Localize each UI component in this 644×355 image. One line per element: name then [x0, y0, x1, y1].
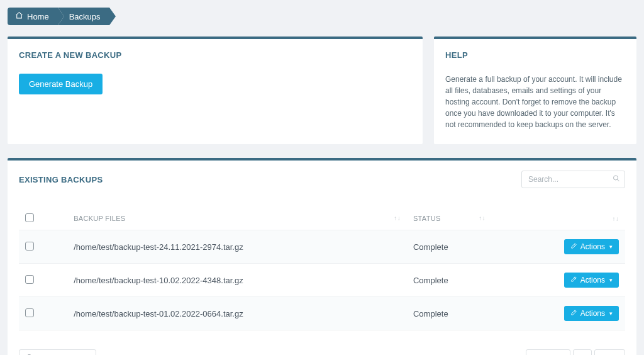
actions-button[interactable]: Actions▾: [564, 273, 619, 288]
help-text: Generate a full backup of your account. …: [445, 74, 625, 130]
backups-table: BACKUP FILES ↑↓ STATUS ↑↓ ↑↓ /home/test/…: [19, 207, 625, 330]
status-cell: Complete: [407, 230, 492, 264]
backup-file-cell: /home/test/backup-test-24.11.2021-2974.t…: [67, 230, 407, 264]
status-cell: Complete: [407, 297, 492, 330]
row-checkbox[interactable]: [25, 308, 34, 317]
chevron-down-icon: ▾: [609, 244, 613, 250]
search-input[interactable]: [521, 171, 625, 188]
svg-point-0: [614, 176, 618, 180]
breadcrumb-home-label: Home: [27, 12, 49, 21]
pagination-current[interactable]: 1: [573, 349, 592, 355]
breadcrumb-home[interactable]: Home: [8, 8, 58, 25]
create-backup-panel: CREATE A NEW BACKUP Generate Backup: [8, 37, 423, 144]
breadcrumb-current-label: Backups: [69, 12, 101, 21]
edit-icon: [570, 242, 577, 251]
chevron-down-icon: ▾: [609, 277, 613, 283]
generate-backup-button[interactable]: Generate Backup: [19, 74, 103, 94]
select-all-checkbox[interactable]: [25, 213, 34, 222]
actions-label: Actions: [580, 276, 605, 285]
pagination-next[interactable]: Next: [594, 349, 625, 355]
column-header-actions[interactable]: ↑↓: [492, 207, 625, 230]
table-row: /home/test/backup-test-01.02.2022-0664.t…: [19, 297, 625, 330]
sort-icon: ↑↓: [612, 215, 619, 222]
column-header-files[interactable]: BACKUP FILES ↑↓: [67, 207, 407, 230]
home-icon: [15, 11, 23, 21]
actions-label: Actions: [580, 242, 605, 251]
table-row: /home/test/backup-test-24.11.2021-2974.t…: [19, 230, 625, 264]
status-cell: Complete: [407, 264, 492, 297]
existing-backups-panel: EXISTING BACKUPS BACKUP FILES ↑↓ STATUS …: [8, 158, 636, 355]
search-icon: [613, 175, 620, 184]
column-header-files-label: BACKUP FILES: [74, 215, 125, 222]
help-panel: HELP Generate a full backup of your acco…: [434, 37, 636, 144]
actions-button[interactable]: Actions▾: [564, 239, 619, 254]
delete-selected-button[interactable]: Delete Selected: [19, 349, 96, 355]
row-checkbox[interactable]: [25, 242, 34, 251]
pagination: Previous 1 Next: [526, 349, 625, 355]
sort-icon: ↑↓: [394, 215, 401, 222]
edit-icon: [570, 309, 577, 318]
edit-icon: [570, 276, 577, 285]
create-backup-title: CREATE A NEW BACKUP: [19, 50, 411, 60]
svg-line-1: [618, 179, 619, 181]
help-title: HELP: [445, 50, 625, 60]
actions-button[interactable]: Actions▾: [564, 306, 619, 321]
table-row: /home/test/backup-test-10.02.2022-4348.t…: [19, 264, 625, 297]
breadcrumb-current[interactable]: Backups: [58, 8, 109, 25]
chevron-down-icon: ▾: [609, 310, 613, 317]
search-box: [521, 171, 625, 188]
pagination-previous[interactable]: Previous: [526, 349, 570, 355]
backup-file-cell: /home/test/backup-test-01.02.2022-0664.t…: [67, 297, 407, 330]
row-checkbox[interactable]: [25, 275, 34, 284]
actions-label: Actions: [580, 309, 605, 318]
sort-icon: ↑↓: [479, 215, 486, 222]
column-header-status[interactable]: STATUS ↑↓: [407, 207, 492, 230]
existing-backups-title: EXISTING BACKUPS: [19, 175, 103, 184]
breadcrumb: Home Backups: [8, 8, 636, 25]
backup-file-cell: /home/test/backup-test-10.02.2022-4348.t…: [67, 264, 407, 297]
column-header-status-label: STATUS: [413, 215, 441, 222]
